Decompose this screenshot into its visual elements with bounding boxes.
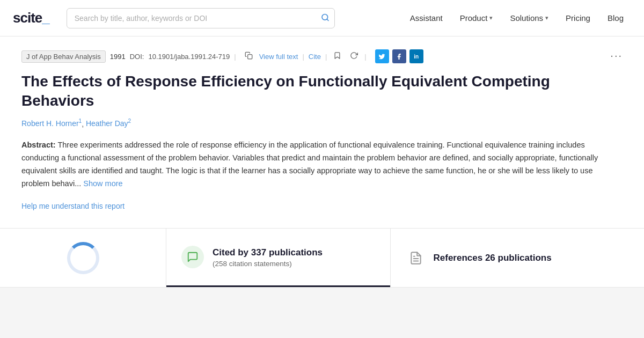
paper-title: The Effects of Response Efficiency on Fu… <box>21 72 623 111</box>
meta-icons <box>243 50 255 62</box>
abstract: Abstract: Three experiments addressed th… <box>21 139 623 190</box>
year: 1991 <box>110 53 126 61</box>
linkedin-share-button[interactable]: in <box>409 49 423 63</box>
cited-text-block: Cited by 337 publications (258 citation … <box>213 247 323 268</box>
abstract-label: Abstract: <box>21 141 56 149</box>
chat-icon <box>187 251 199 263</box>
more-options-button[interactable]: ··· <box>610 49 623 62</box>
separator-4: | <box>364 53 366 61</box>
logo[interactable]: scite_ <box>13 10 49 26</box>
nav-item-solutions[interactable]: Solutions ▾ <box>502 9 556 27</box>
author-2-link[interactable]: Heather Day2 <box>86 119 131 128</box>
paper-card: ··· J of App Behav Analysis 1991 DOI: 10… <box>0 36 644 228</box>
chat-icon-circle <box>181 246 204 268</box>
loading-panel <box>0 229 166 287</box>
search-button[interactable] <box>321 13 330 23</box>
svg-rect-2 <box>247 55 252 59</box>
search-bar-container <box>67 8 335 28</box>
social-icons: in <box>375 49 423 63</box>
separator-2: | <box>302 53 304 61</box>
separator-3: | <box>325 53 327 61</box>
refresh-icon[interactable] <box>348 50 360 62</box>
author-1-link[interactable]: Robert H. Horner1 <box>21 119 82 128</box>
cited-content: Cited by 337 publications (258 citation … <box>166 229 390 285</box>
author-2-sup: 2 <box>128 119 131 124</box>
nav-item-product[interactable]: Product ▾ <box>452 9 501 27</box>
facebook-share-button[interactable] <box>392 49 406 63</box>
cited-by-title: Cited by 337 publications <box>213 247 323 259</box>
separator-1: | <box>234 53 236 61</box>
authors: Robert H. Horner1, Heather Day2 <box>21 119 623 129</box>
copy-icon[interactable] <box>243 50 255 62</box>
svg-line-1 <box>327 19 328 20</box>
twitter-share-button[interactable] <box>375 49 389 63</box>
meta-row: J of App Behav Analysis 1991 DOI: 10.190… <box>21 49 623 63</box>
doi-label: DOI: <box>130 53 144 61</box>
cite-link[interactable]: Cite <box>309 53 321 61</box>
citation-statements: (258 citation statements) <box>213 260 323 268</box>
bottom-section: Cited by 337 publications (258 citation … <box>0 228 644 287</box>
product-chevron-icon: ▾ <box>489 14 493 21</box>
nav-links: Assistant Product ▾ Solutions ▾ Pricing … <box>402 9 631 27</box>
references-panel[interactable]: References 26 publications <box>391 229 645 287</box>
author-separator: , <box>82 119 86 128</box>
show-more-link[interactable]: Show more <box>83 179 122 188</box>
loading-spinner <box>67 242 99 274</box>
solutions-chevron-icon: ▾ <box>545 14 548 21</box>
cited-by-panel[interactable]: Cited by 337 publications (258 citation … <box>166 229 391 287</box>
bookmark-icon[interactable] <box>331 50 343 62</box>
main-content: ··· J of App Behav Analysis 1991 DOI: 10… <box>0 36 644 288</box>
journal-tag: J of App Behav Analysis <box>21 50 106 63</box>
nav-item-blog[interactable]: Blog <box>600 9 631 27</box>
nav-item-assistant[interactable]: Assistant <box>402 9 450 27</box>
doi-value: 10.1901/jaba.1991.24-719 <box>148 53 230 61</box>
references-title: References 26 publications <box>434 253 552 263</box>
help-link[interactable]: Help me understand this report <box>21 202 125 210</box>
cited-underline <box>166 285 390 287</box>
nav-item-pricing[interactable]: Pricing <box>558 9 598 27</box>
navbar: scite_ Assistant Product ▾ Solutions ▾ P… <box>0 0 644 36</box>
search-input[interactable] <box>67 8 335 28</box>
view-full-text-link[interactable]: View full text <box>259 53 298 61</box>
document-icon <box>406 248 426 268</box>
